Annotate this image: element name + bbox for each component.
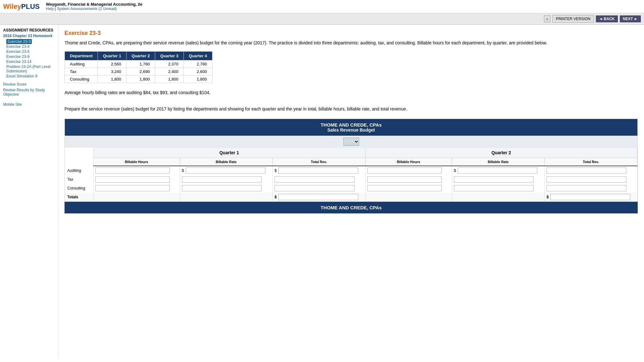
auditing-tr-q2-cell — [545, 166, 637, 175]
tax-tr-q2-cell — [545, 175, 637, 184]
consulting-billable-hours-q1[interactable] — [95, 185, 170, 191]
quarter-cell: 2,600 — [184, 68, 212, 76]
exercise-23-3-link[interactable]: Exercise 23-3 — [6, 39, 32, 44]
consulting-br-q1-cell — [180, 184, 272, 193]
quarter2-header: Quarter 2 — [365, 148, 637, 158]
quarter-cell: 2,690 — [127, 68, 155, 76]
auditing-bh-q1-cell — [93, 166, 180, 175]
consulting-billable-hours-q2[interactable] — [367, 185, 442, 191]
budget-dropdown[interactable] — [343, 138, 359, 146]
col-header-q2: Quarter 2 — [127, 52, 155, 60]
review-score-link[interactable]: Review Score — [3, 82, 55, 87]
dollar-sign: $ — [454, 168, 457, 173]
quarter-cell: 1,780 — [127, 60, 155, 68]
consulting-total-rev-q1[interactable] — [274, 185, 354, 191]
list-item: Exercise 23-14 — [6, 59, 55, 64]
totals-total-rev-q2[interactable] — [551, 194, 630, 200]
consulting-billable-rate-q2[interactable] — [454, 185, 534, 191]
company-name: THOME AND CREDE, CPAs — [68, 122, 634, 127]
dept-cell: Auditing — [65, 60, 98, 68]
reference-table: Department Quarter 1 Quarter 2 Quarter 3… — [65, 51, 212, 83]
page-header: WileyPLUS Weygandt, Financial & Manageri… — [0, 0, 644, 13]
auditing-billable-rate-q2[interactable] — [458, 167, 537, 174]
mobile-site-link[interactable]: Mobile Site — [3, 102, 22, 107]
next-button[interactable]: NEXT ► — [620, 15, 641, 22]
auditing-br-q2-cell: $ — [452, 166, 545, 175]
budget-subtitle: Sales Revenue Budget — [68, 127, 634, 133]
totals-tr-q1-cell: $ — [273, 193, 365, 201]
total-rev-q1-header: Total Rev. — [273, 158, 365, 166]
tax-label: Tax — [65, 175, 93, 184]
col-header-q4: Quarter 4 — [184, 52, 212, 60]
main-content: Exercise 23-3 Thome and Crede, CPAs, are… — [58, 25, 644, 359]
tax-br-q2-cell — [452, 175, 545, 184]
tax-billable-rate-q1[interactable] — [182, 176, 262, 183]
excel-sim-9-link[interactable]: Excel Simulation 9 — [6, 74, 37, 78]
quarter-cell: 2,560 — [98, 60, 127, 68]
help-link[interactable]: Help — [46, 7, 54, 11]
consulting-tr-q1-cell — [273, 184, 365, 193]
table-row: Tax3,2402,6902,4002,600 — [65, 68, 212, 76]
list-item: Exercise 23-9 — [6, 54, 55, 59]
home-button[interactable]: ⌂ — [544, 15, 551, 22]
auditing-billable-hours-q1[interactable] — [95, 167, 170, 174]
col-header-q3: Quarter 3 — [155, 52, 184, 60]
auditing-billable-hours-q2[interactable] — [367, 167, 442, 174]
header-links: Help | System Announcements (2 Unread) — [46, 7, 142, 11]
dollar-sign: $ — [274, 168, 277, 173]
tax-billable-hours-q2[interactable] — [367, 176, 442, 183]
bottom-company-header: THOME AND CREDE, CPAs — [65, 202, 638, 213]
auditing-billable-rate-q1[interactable] — [186, 167, 265, 174]
auditing-total-rev-q2[interactable] — [546, 167, 626, 174]
exercise-23-5-link[interactable]: Exercise 23-5 — [6, 49, 29, 54]
printer-version-button[interactable]: PRINTER VERSION — [552, 15, 594, 23]
consulting-billable-rate-q1[interactable] — [182, 185, 262, 191]
totals-br-q1-cell — [180, 193, 272, 201]
rates-text: Average hourly billing rates are auditin… — [65, 89, 638, 96]
tax-tr-q1-cell — [273, 175, 365, 184]
bottom-company-name: THOME AND CREDE, CPAs — [320, 205, 381, 210]
col-header-q1: Quarter 1 — [98, 52, 127, 60]
table-row: Consulting1,8001,8001,8001,800 — [65, 76, 212, 83]
review-results-link[interactable]: Review Results by Study Objective — [3, 88, 55, 97]
quarter-cell: 3,240 — [98, 68, 127, 76]
tax-billable-hours-q1[interactable] — [95, 176, 170, 183]
list-item: Excel Simulation 9 — [6, 74, 55, 78]
auditing-total-rev-q1[interactable] — [278, 167, 358, 174]
prepare-text: Prepare the service revenue (sales) budg… — [65, 106, 638, 112]
quarter-cell: 2,780 — [184, 60, 212, 68]
billable-rate-q2-header: Billable Rate — [452, 158, 545, 166]
totals-row: Totals $ $ — [65, 193, 637, 201]
mobile-site-section: Mobile Site — [3, 102, 55, 107]
total-rev-q2-header: Total Rev. — [545, 158, 637, 166]
logo-plus: PLUS — [21, 3, 40, 10]
toolbar: ⌂ PRINTER VERSION ◄ BACK NEXT ► — [0, 13, 644, 25]
quarter-cell: 1,800 — [127, 76, 155, 83]
tax-total-rev-q2[interactable] — [546, 176, 626, 183]
quarter-cell: 1,800 — [155, 76, 184, 83]
list-item: Exercise 23-5 — [6, 49, 55, 54]
exercise-23-9-link[interactable]: Exercise 23-9 — [6, 54, 29, 59]
totals-br-q2-cell — [452, 193, 545, 201]
quarter-cell: 2,370 — [155, 60, 184, 68]
consulting-tr-q2-cell — [545, 184, 637, 193]
announcements-link[interactable]: System Announcements (2 Unread) — [57, 7, 116, 11]
intro-text: Thome and Crede, CPAs, are preparing the… — [65, 40, 638, 46]
exercise-title: Exercise 23-3 — [65, 30, 638, 37]
budget-dropdown-row — [65, 136, 637, 148]
main-layout: ASSIGNMENT RESOURCES 2016 Chapter 23 Hom… — [0, 25, 644, 359]
budget-table: Quarter 1 Quarter 2 Billable Hours Billa… — [65, 148, 637, 201]
exercise-23-14-link[interactable]: Exercise 23-14 — [6, 59, 31, 64]
dollar-sign: $ — [546, 195, 549, 199]
dollar-sign: $ — [274, 195, 277, 199]
dept-col-header-spacer — [65, 148, 93, 166]
consulting-bh-q2-cell — [365, 184, 452, 193]
consulting-total-rev-q2[interactable] — [546, 185, 626, 191]
tax-billable-rate-q2[interactable] — [454, 176, 534, 183]
auditing-label: Auditing — [65, 166, 93, 175]
problem-23-2a-link[interactable]: Problem 23-2A (Part Level Submission) — [6, 65, 51, 73]
exercise-23-4-link[interactable]: Exercise 23-4 — [6, 44, 29, 49]
totals-total-rev-q1[interactable] — [278, 194, 358, 200]
tax-total-rev-q1[interactable] — [274, 176, 354, 183]
back-button[interactable]: ◄ BACK — [596, 15, 618, 22]
